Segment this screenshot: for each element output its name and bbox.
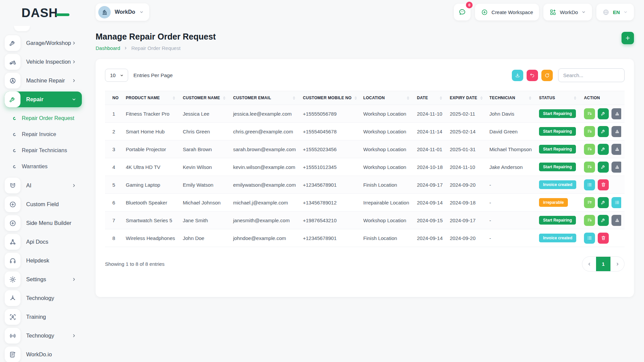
chevron-down-icon — [71, 97, 76, 102]
status-badge[interactable]: Start Repairing — [539, 145, 576, 154]
sort-icon[interactable] — [404, 96, 410, 100]
sidebar-subitem-repair-technicians[interactable]: Repair Technicians — [0, 142, 87, 159]
workspace-name: WorkDo — [115, 9, 135, 15]
sidebar-subitem-repair-order-request[interactable]: Repair Order Request — [0, 110, 87, 126]
search-input[interactable] — [558, 68, 625, 82]
sort-up-action-button[interactable] — [584, 197, 595, 208]
repair-orders-table: NOPRODUCT NAMECUSTOMER NAMECUSTOMER EMAI… — [105, 91, 625, 247]
breadcrumb-dashboard-link[interactable]: Dashboard — [96, 45, 120, 51]
cell-customer-email: chris.green@example.com — [230, 123, 300, 140]
sort-icon[interactable] — [352, 96, 358, 100]
sort-icon[interactable] — [437, 96, 443, 100]
table-row: 5Gaming LaptopEmily Watsonemilywatson@ex… — [105, 176, 625, 194]
status-badge[interactable]: Start Repairing — [539, 127, 576, 136]
status-badge[interactable]: Start Repairing — [539, 109, 576, 118]
cell-location: Workshop Location — [360, 105, 414, 123]
list-action-button[interactable] — [584, 179, 595, 190]
pagination-page-1[interactable]: 1 — [596, 257, 610, 271]
wrench-action-button[interactable] — [598, 215, 609, 226]
sidebar-item-workdo-io[interactable]: WorkDo.io — [5, 347, 82, 362]
create-workspace-button[interactable]: Create Workspace — [475, 4, 539, 20]
column-header-customer-mobile-no[interactable]: CUSTOMER MOBILE NO — [300, 91, 360, 105]
chat-button[interactable]: 0 — [454, 4, 471, 20]
sidebar-item-garage-workshop[interactable]: Garage/Workshop — [5, 35, 82, 51]
column-header-location[interactable]: LOCATION — [360, 91, 414, 105]
sort-icon[interactable] — [290, 96, 296, 100]
tool-buttons — [512, 70, 553, 81]
sort-icon[interactable] — [220, 96, 226, 100]
sort-down-action-button[interactable] — [584, 162, 595, 173]
sidebar-item-helpdesk[interactable]: Helpdesk — [5, 253, 82, 268]
signal-action-button[interactable] — [611, 144, 621, 155]
sidebar-item-machine-repair[interactable]: Machine Repair — [5, 73, 82, 88]
workspace-switcher[interactable]: WorkDo — [96, 3, 149, 21]
table-body: 1Fitness Tracker ProJessica Leejessica.l… — [105, 105, 625, 247]
signal-action-button[interactable] — [611, 126, 621, 137]
sort-icon[interactable] — [170, 96, 176, 100]
workdo-menu-button[interactable]: WorkDo — [543, 4, 592, 20]
sort-icon[interactable] — [526, 96, 532, 100]
column-header-customer-email[interactable]: CUSTOMER EMAIL — [230, 91, 300, 105]
sidebar-item-vehicle-inspection[interactable]: Vehicle Inspection — [5, 54, 82, 70]
sidebar-item-technology[interactable]: Technology — [5, 290, 82, 306]
pagination-prev-button[interactable] — [582, 257, 596, 271]
trash-action-button[interactable] — [598, 179, 609, 190]
status-badge[interactable]: Start Repairing — [539, 163, 576, 171]
sort-down-action-button[interactable] — [584, 144, 595, 155]
status-badge[interactable]: Invoice created — [539, 234, 576, 242]
sidebar-item-side-menu-builder[interactable]: Side Menu Builder — [5, 215, 82, 231]
status-badge[interactable]: Start Repairing — [539, 216, 576, 225]
trash-action-button[interactable] — [598, 233, 609, 244]
sort-icon[interactable] — [571, 96, 577, 100]
status-badge[interactable]: Invoice created — [539, 180, 576, 189]
sort-icon[interactable] — [477, 96, 484, 100]
brand-logo[interactable]: DASH — [21, 6, 69, 20]
sidebar-item-ai[interactable]: AI — [5, 178, 82, 193]
pagination-next-button[interactable] — [610, 257, 624, 271]
export-button[interactable] — [512, 70, 523, 81]
column-header-date[interactable]: DATE — [414, 91, 446, 105]
sidebar-item-label: Api Docs — [26, 239, 82, 245]
sidebar-subitem-repair-invoice[interactable]: Repair Invoice — [0, 126, 87, 142]
column-header-status[interactable]: STATUS — [536, 91, 581, 105]
signal-action-button[interactable] — [611, 215, 621, 226]
column-header-technician[interactable]: TECHNICIAN — [486, 91, 536, 105]
column-label: DATE — [417, 96, 428, 100]
sidebar-item-repair[interactable]: Repair — [5, 92, 82, 107]
entries-per-page-select[interactable]: 10 — [105, 69, 128, 82]
sort-down-action-button[interactable] — [584, 215, 595, 226]
column-header-expiry-date[interactable]: EXPIRY DATE — [446, 91, 486, 105]
column-header-product-name[interactable]: PRODUCT NAME — [122, 91, 179, 105]
cell-expiry-date: 2024-11-10 — [446, 158, 486, 176]
list-action-button[interactable] — [584, 233, 595, 244]
table-row: 8Wireless HeadphonesJohn Doejohndoe@exam… — [105, 229, 625, 247]
signal-action-button[interactable] — [611, 162, 621, 173]
column-label: ACTION — [584, 96, 600, 100]
wrench-action-button[interactable] — [598, 197, 609, 208]
refresh-button[interactable] — [541, 70, 553, 81]
list-action-button[interactable] — [611, 197, 621, 208]
sort-down-action-button[interactable] — [584, 108, 595, 119]
grid-plus-icon — [549, 9, 556, 16]
sidebar-item-api-docs[interactable]: Api Docs — [5, 234, 82, 250]
column-header-customer-name[interactable]: CUSTOMER NAME — [179, 91, 230, 105]
sidebar-item-settings[interactable]: Settings — [5, 272, 82, 287]
add-repair-order-button[interactable] — [622, 32, 634, 44]
sidebar-item-technology[interactable]: Technology — [5, 328, 82, 344]
status-badge[interactable]: irreparable — [539, 198, 568, 207]
wrench-action-button[interactable] — [598, 144, 609, 155]
signal-action-button[interactable] — [611, 108, 621, 119]
undo-button[interactable] — [527, 70, 538, 81]
wrench-action-button[interactable] — [598, 162, 609, 173]
wrench-action-button[interactable] — [598, 108, 609, 119]
globe-icon — [602, 9, 609, 16]
hub-icon — [5, 290, 20, 306]
wrench-action-button[interactable] — [598, 126, 609, 137]
sort-down-action-button[interactable] — [584, 126, 595, 137]
cell-status: Start Repairing — [536, 212, 581, 229]
language-selector[interactable]: EN — [596, 4, 634, 20]
sidebar-item-custom-field[interactable]: Custom Field — [5, 196, 82, 212]
sidebar-subitem-warranties[interactable]: Warranties — [0, 159, 87, 175]
wrench-icon — [601, 129, 606, 134]
sidebar-item-training[interactable]: Training — [5, 309, 82, 325]
